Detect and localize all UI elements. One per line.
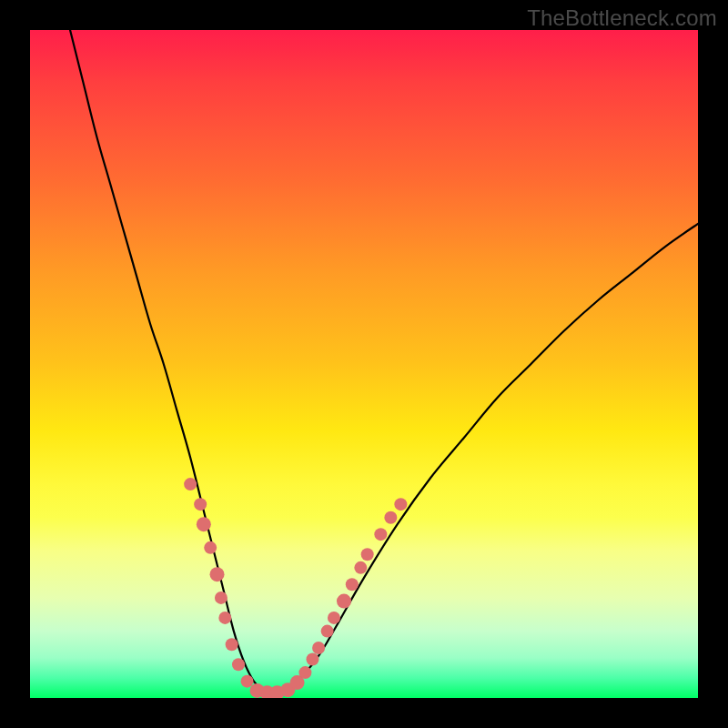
highlight-dot: [232, 658, 245, 671]
highlight-dot: [321, 625, 334, 638]
highlight-dot: [298, 666, 311, 679]
bottleneck-chart: [30, 30, 698, 698]
watermark-label: TheBottleneck.com: [527, 5, 717, 31]
highlight-dot: [204, 541, 217, 554]
highlight-dot: [218, 612, 231, 624]
highlight-dot: [374, 528, 387, 541]
highlight-dot: [306, 652, 318, 665]
highlight-dot: [384, 511, 397, 524]
highlighted-points-group: [184, 478, 407, 698]
highlight-dot: [354, 561, 367, 574]
bottleneck-curve: [70, 30, 698, 694]
highlight-dot: [328, 612, 340, 624]
highlight-dot: [394, 498, 407, 511]
highlight-dot: [361, 548, 374, 561]
highlight-dot: [210, 567, 225, 581]
highlight-dot: [337, 594, 351, 609]
highlight-dot: [226, 638, 238, 651]
highlight-dot: [184, 478, 197, 490]
highlight-dot: [215, 592, 228, 604]
highlight-dot: [346, 578, 359, 591]
highlight-dot: [194, 498, 207, 511]
chart-frame: TheBottleneck.com: [0, 0, 728, 728]
highlight-dot: [241, 675, 254, 688]
highlight-dot: [312, 642, 325, 654]
highlight-dot: [197, 517, 211, 531]
